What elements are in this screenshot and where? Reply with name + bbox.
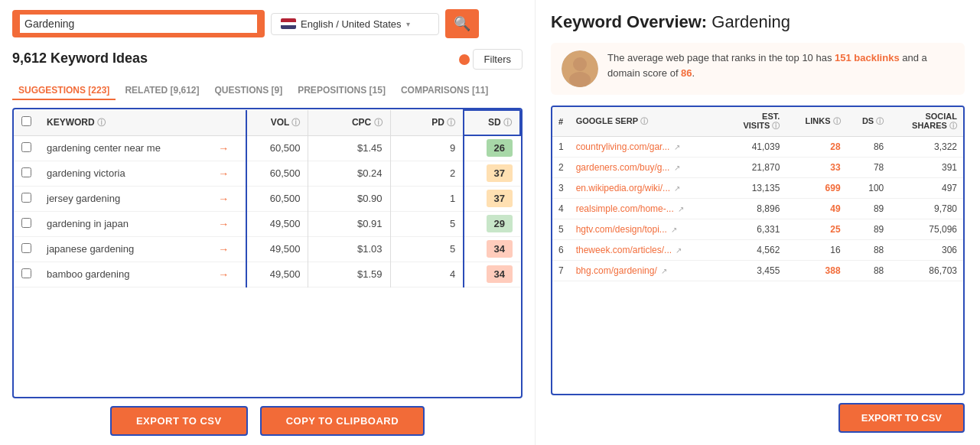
- row-checkbox[interactable]: [21, 268, 31, 278]
- row-checkbox-cell[interactable]: [14, 261, 39, 287]
- tab-questions[interactable]: QUESTIONS [9]: [209, 82, 289, 100]
- sd-badge: 34: [487, 240, 513, 258]
- row-visits: 3,455: [724, 261, 786, 281]
- row-arrow[interactable]: →: [210, 186, 246, 211]
- arrow-icon[interactable]: →: [218, 218, 229, 230]
- table-row: bamboo gardening → 49,500 $1.59 4 34: [14, 261, 520, 287]
- serp-info-icon: ⓘ: [640, 117, 648, 125]
- sd-badge: 26: [487, 139, 513, 157]
- row-cpc-empty: [390, 135, 411, 161]
- row-links: 388: [786, 261, 846, 281]
- backlinks-count: 151: [835, 52, 851, 63]
- row-checkbox-cell[interactable]: [14, 211, 39, 236]
- table-row: jersey gardening → 60,500 $0.90 1 37: [14, 186, 520, 211]
- cpc-info-icon: ⓘ: [374, 118, 383, 127]
- row-vol: 60,500: [246, 186, 308, 211]
- row-checkbox-cell[interactable]: [14, 161, 39, 186]
- tab-suggestions[interactable]: SUGGESTIONS [223]: [12, 82, 116, 100]
- search-input[interactable]: [20, 15, 257, 33]
- row-url[interactable]: gardeners.com/buy/g... ↗: [570, 158, 724, 178]
- row-vol-empty: [308, 261, 329, 287]
- row-cpc: $1.45: [329, 135, 390, 161]
- row-vol: 60,500: [246, 161, 308, 186]
- select-all-checkbox[interactable]: [21, 116, 31, 126]
- row-url[interactable]: theweek.com/articles/... ↗: [570, 240, 724, 261]
- row-checkbox[interactable]: [21, 167, 31, 177]
- svg-point-2: [569, 72, 591, 87]
- row-arrow[interactable]: →: [210, 161, 246, 186]
- visits-info-icon: ⓘ: [772, 122, 780, 130]
- sd-badge: 37: [487, 190, 513, 207]
- arrow-icon[interactable]: →: [218, 167, 229, 180]
- row-cpc-empty: [390, 236, 411, 261]
- row-links: 25: [786, 219, 846, 240]
- row-url[interactable]: hgtv.com/design/topi... ↗: [570, 219, 724, 240]
- col-sd: SD ⓘ: [464, 110, 520, 135]
- row-sd: 29: [464, 211, 520, 236]
- language-selector[interactable]: English / United States ▾: [271, 13, 439, 35]
- row-checkbox[interactable]: [21, 218, 31, 228]
- row-shares: 391: [890, 158, 963, 178]
- row-arrow[interactable]: →: [210, 211, 246, 236]
- row-url[interactable]: en.wikipedia.org/wiki/... ↗: [570, 178, 724, 199]
- svg-point-1: [573, 57, 587, 71]
- row-arrow[interactable]: →: [210, 261, 246, 287]
- row-links: 16: [786, 240, 846, 261]
- sd-badge: 34: [487, 265, 513, 283]
- language-label: English / United States: [301, 18, 402, 30]
- search-button[interactable]: 🔍: [445, 9, 479, 38]
- tab-related[interactable]: RELATED [9,612]: [119, 82, 205, 100]
- row-links: 33: [786, 158, 846, 178]
- row-arrow[interactable]: →: [210, 135, 246, 161]
- row-keyword: gardening victoria: [39, 161, 210, 186]
- right-export-csv-button[interactable]: EXPORT TO CSV: [838, 403, 965, 433]
- row-url[interactable]: realsimple.com/home-... ↗: [570, 199, 724, 219]
- tabs-row: SUGGESTIONS [223] RELATED [9,612] QUESTI…: [12, 82, 523, 100]
- row-pd: 5: [411, 236, 464, 261]
- row-checkbox-cell[interactable]: [14, 236, 39, 261]
- serp-table-row: 4 realsimple.com/home-... ↗ 8,896 49 89 …: [552, 199, 963, 219]
- row-num: 5: [552, 219, 570, 240]
- row-visits: 8,896: [724, 199, 786, 219]
- col-cpc-sort: [390, 110, 411, 135]
- sd-badge: 37: [487, 164, 513, 182]
- row-links: 28: [786, 137, 846, 158]
- arrow-icon[interactable]: →: [218, 243, 229, 255]
- row-vol-empty: [308, 211, 329, 236]
- tab-comparisons[interactable]: COMPARISONS [11]: [395, 82, 494, 100]
- row-arrow[interactable]: →: [210, 236, 246, 261]
- row-num: 1: [552, 137, 570, 158]
- tab-prepositions[interactable]: PREPOSITIONS [15]: [291, 82, 392, 100]
- row-checkbox[interactable]: [21, 193, 31, 203]
- col-est-visits: EST.VISITS ⓘ: [724, 107, 786, 137]
- copy-clipboard-button[interactable]: COPY TO CLIPBOARD: [260, 406, 425, 436]
- row-url[interactable]: bhg.com/gardening/ ↗: [570, 261, 724, 281]
- arrow-icon[interactable]: →: [218, 142, 229, 154]
- row-cpc-empty: [390, 261, 411, 287]
- arrow-icon[interactable]: →: [218, 268, 229, 281]
- arrow-icon[interactable]: →: [218, 193, 229, 205]
- row-sd: 34: [464, 236, 520, 261]
- row-vol-empty: [308, 186, 329, 211]
- row-pd: 2: [411, 161, 464, 186]
- keyword-table-wrapper: KEYWORD ⓘ VOL ⓘ CPC ⓘ PD ⓘ SD ⓘ gardenin…: [12, 108, 523, 398]
- kw-overview-title: Keyword Overview: Gardening: [551, 12, 965, 32]
- serp-table-row: 5 hgtv.com/design/topi... ↗ 6,331 25 89 …: [552, 219, 963, 240]
- search-input-wrapper[interactable]: [12, 10, 265, 37]
- row-ds: 89: [847, 199, 890, 219]
- row-ds: 100: [847, 178, 890, 199]
- external-link-icon: ↗: [678, 205, 684, 213]
- export-csv-button[interactable]: EXPORT TO CSV: [110, 406, 248, 436]
- row-checkbox-cell[interactable]: [14, 186, 39, 211]
- col-links: LINKS ⓘ: [786, 107, 846, 137]
- serp-table-row: 2 gardeners.com/buy/g... ↗ 21,870 33 78 …: [552, 158, 963, 178]
- row-checkbox-cell[interactable]: [14, 135, 39, 161]
- row-checkbox[interactable]: [21, 142, 31, 152]
- row-url[interactable]: countryliving.com/gar... ↗: [570, 137, 724, 158]
- row-checkbox[interactable]: [21, 243, 31, 253]
- filters-button[interactable]: Filters: [473, 49, 523, 70]
- table-row: gardening in japan → 49,500 $0.91 5 29: [14, 211, 520, 236]
- row-keyword: jersey gardening: [39, 186, 210, 211]
- col-vol-sort: [308, 110, 329, 135]
- right-panel: Keyword Overview: Gardening The average …: [536, 0, 980, 445]
